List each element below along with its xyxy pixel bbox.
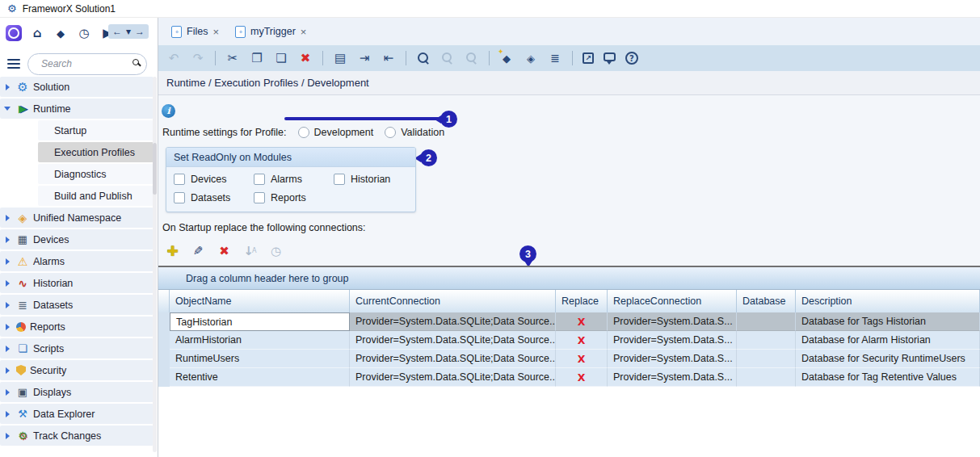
cell-description[interactable]: Database for Tags Historian <box>796 312 980 331</box>
cell-replace-x-icon[interactable]: X <box>556 312 608 331</box>
home-icon[interactable] <box>29 24 45 42</box>
checkbox-icon[interactable] <box>254 174 265 185</box>
radio-validation[interactable]: Validation <box>385 127 444 138</box>
sidebar-item-data-explorer[interactable]: Data Explorer <box>0 404 154 424</box>
cell-currentconnection[interactable]: Provider=System.Data.SQLite;Data Source.… <box>350 350 556 368</box>
toolbar-icon-separator[interactable] <box>489 51 490 65</box>
app-logo-icon[interactable] <box>6 25 22 41</box>
column-header-description[interactable]: Description <box>796 290 980 312</box>
checkbox-icon[interactable] <box>174 192 185 203</box>
goto-tag-icon[interactable] <box>524 51 538 65</box>
nav-dropdown-icon[interactable]: ▾ <box>126 26 131 37</box>
cell-replace-x-icon[interactable]: X <box>556 350 608 368</box>
sidebar-scrollbar[interactable] <box>153 77 157 452</box>
expander-icon[interactable] <box>0 324 15 330</box>
cell-description[interactable]: Database for Security RuntimeUsers <box>796 350 980 368</box>
open-window-icon[interactable] <box>583 52 594 64</box>
comments-icon[interactable] <box>604 52 616 61</box>
expander-icon[interactable] <box>0 237 15 243</box>
cell-database[interactable] <box>737 312 796 331</box>
sidebar-item-runtime[interactable]: Runtime <box>0 99 154 119</box>
cell-objectname[interactable]: Retentive <box>170 368 350 387</box>
cell-currentconnection[interactable]: Provider=System.Data.SQLite;Data Source.… <box>350 368 556 387</box>
radio-development[interactable]: Development <box>298 127 374 138</box>
sidebar-item-solution[interactable]: Solution <box>0 77 154 97</box>
cell-replaceconnection[interactable]: Provider=System.Data.S... <box>608 350 737 368</box>
export-file-icon[interactable] <box>381 51 396 65</box>
undo-icon[interactable] <box>166 51 181 65</box>
redo-icon[interactable] <box>191 51 205 65</box>
sidebar-item-displays[interactable]: Displays <box>0 382 154 402</box>
tab-files[interactable]: Files × <box>165 18 225 45</box>
sidebar-item-unified-namespace[interactable]: Unified Namespace <box>0 208 154 228</box>
sidebar-item-reports[interactable]: Reports <box>0 317 154 337</box>
expander-icon[interactable] <box>0 280 15 287</box>
expander-icon[interactable] <box>0 107 15 111</box>
column-header-currentconnection[interactable]: CurrentConnection <box>350 290 556 312</box>
sidebar-item-startup[interactable]: Startup <box>38 120 154 140</box>
cell-database[interactable] <box>737 350 796 368</box>
search-input[interactable] <box>27 53 147 75</box>
column-header-objectname[interactable]: ObjectName <box>170 290 350 312</box>
cell-description[interactable]: Database for Alarm Historian <box>796 331 980 350</box>
cell-objectname[interactable]: TagHistorian <box>170 312 350 331</box>
table-row[interactable]: TagHistorian Provider=System.Data.SQLite… <box>158 312 980 331</box>
edit-icon[interactable] <box>191 243 206 258</box>
cell-replaceconnection[interactable]: Provider=System.Data.S... <box>608 312 737 331</box>
checkbox-historian[interactable]: Historian <box>334 174 415 185</box>
sidebar-item-scripts[interactable]: Scripts <box>0 338 154 358</box>
cell-replaceconnection[interactable]: Provider=System.Data.S... <box>608 331 737 350</box>
row-selector[interactable] <box>158 368 170 387</box>
tab-close-icon[interactable]: × <box>212 26 219 38</box>
print-icon[interactable] <box>333 51 347 65</box>
expander-icon[interactable] <box>0 367 15 374</box>
expander-icon[interactable] <box>0 389 15 396</box>
cell-currentconnection[interactable]: Provider=System.Data.SQLite;Data Source.… <box>350 312 556 331</box>
tag-tree-icon[interactable] <box>548 51 562 65</box>
expander-icon[interactable] <box>0 215 15 221</box>
expander-icon[interactable] <box>0 411 15 417</box>
find-previous-icon[interactable] <box>465 51 479 65</box>
menu-icon[interactable] <box>7 59 20 61</box>
paste-icon[interactable] <box>274 51 288 65</box>
row-selector[interactable] <box>158 312 170 331</box>
group-by-panel[interactable]: Drag a column header here to group <box>158 267 980 290</box>
nav-forward-icon[interactable]: → <box>135 26 145 37</box>
toolbar-icon-separator[interactable] <box>406 51 406 65</box>
cell-objectname[interactable]: RuntimeUsers <box>170 350 350 368</box>
cell-replace-x-icon[interactable]: X <box>556 331 608 350</box>
checkbox-alarms[interactable]: Alarms <box>254 174 334 185</box>
history-icon[interactable] <box>268 243 284 258</box>
column-header-database[interactable]: Database <box>737 290 796 312</box>
cell-database[interactable] <box>737 368 796 387</box>
expander-icon[interactable] <box>0 433 15 439</box>
cell-currentconnection[interactable]: Provider=System.Data.SQLite;Data Source.… <box>350 331 556 350</box>
info-icon[interactable]: i <box>162 104 175 118</box>
cell-database[interactable] <box>737 331 796 350</box>
sort-icon[interactable] <box>242 243 258 258</box>
expander-icon[interactable] <box>0 84 15 90</box>
expander-icon[interactable] <box>0 258 15 265</box>
cell-description[interactable]: Database for Tag Retentive Values <box>796 368 980 387</box>
radio-icon[interactable] <box>298 127 309 138</box>
column-header-replace[interactable]: Replace <box>556 290 608 312</box>
cut-icon[interactable] <box>225 51 240 65</box>
checkbox-icon[interactable] <box>174 174 185 185</box>
sidebar-item-devices[interactable]: Devices <box>0 229 154 249</box>
delete-icon[interactable] <box>217 243 232 258</box>
sidebar-item-historian[interactable]: Historian <box>0 273 154 293</box>
table-row[interactable]: RuntimeUsers Provider=System.Data.SQLite… <box>158 350 980 368</box>
sidebar-scrollbar-thumb[interactable] <box>153 143 157 195</box>
monitor-gauge-icon[interactable] <box>76 24 92 42</box>
find-next-icon[interactable] <box>440 51 455 65</box>
sidebar-item-alarms[interactable]: Alarms <box>0 251 154 271</box>
expander-icon[interactable] <box>0 346 15 352</box>
expander-icon[interactable] <box>0 302 15 308</box>
search-icon[interactable] <box>132 59 139 65</box>
checkbox-icon[interactable] <box>334 174 345 185</box>
column-header-replaceconnection[interactable]: ReplaceConnection <box>608 290 737 312</box>
checkbox-datasets[interactable]: Datasets <box>174 192 254 203</box>
import-file-icon[interactable] <box>357 51 372 65</box>
nav-back-icon[interactable]: ← <box>112 26 122 37</box>
row-selector[interactable] <box>158 331 170 350</box>
